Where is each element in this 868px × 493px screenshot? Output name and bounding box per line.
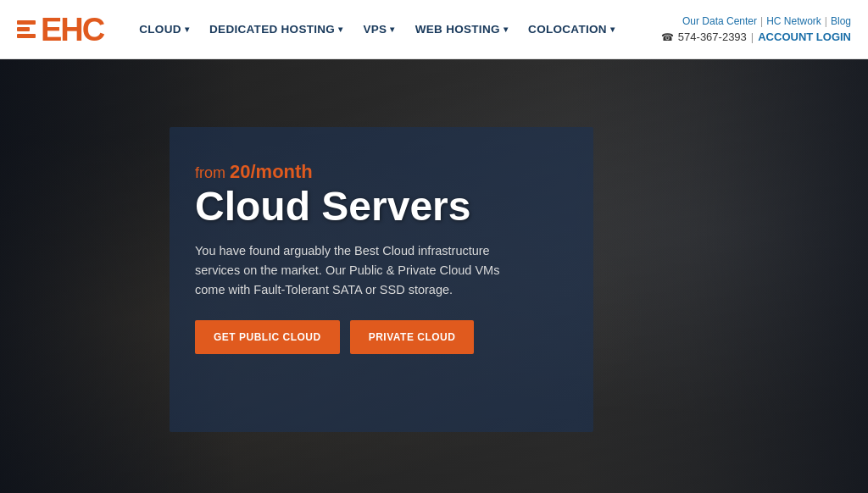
data-center-link[interactable]: Our Data Center xyxy=(682,15,757,27)
main-nav: CLOUD ▾ DEDICATED HOSTING ▾ VPS ▾ WEB HO… xyxy=(129,16,661,42)
nav-item-colocation[interactable]: COLOCATION ▾ xyxy=(518,16,625,42)
hero-content: from 20/month Cloud Servers You have fou… xyxy=(195,161,568,354)
chevron-down-icon: ▾ xyxy=(338,25,342,34)
hero-right-person xyxy=(571,59,868,493)
phone-icon: ☎ xyxy=(661,31,674,43)
header-right: Our Data Center | HC Network | Blog ☎ 57… xyxy=(661,15,851,43)
hero-title: Cloud Servers xyxy=(195,185,568,230)
header-top-links: Our Data Center | HC Network | Blog xyxy=(682,15,851,27)
chevron-down-icon: ▾ xyxy=(185,25,189,34)
nav-item-vps[interactable]: VPS ▾ xyxy=(353,16,404,42)
nav-item-web-hosting[interactable]: WEB HOSTING ▾ xyxy=(405,16,518,42)
logo-icon xyxy=(17,20,36,38)
get-public-cloud-button[interactable]: GET PUBLIC CLOUD xyxy=(195,320,340,354)
hero-section: from 20/month Cloud Servers You have fou… xyxy=(0,59,868,493)
hero-description: You have found arguably the Best Cloud i… xyxy=(195,241,517,301)
nav-item-cloud[interactable]: CLOUD ▾ xyxy=(129,16,199,42)
chevron-down-icon: ▾ xyxy=(610,25,615,34)
logo[interactable]: EHC xyxy=(17,14,103,46)
hero-price-label: from 20/month xyxy=(195,161,568,183)
header: EHC CLOUD ▾ DEDICATED HOSTING ▾ VPS ▾ WE… xyxy=(0,0,868,59)
private-cloud-button[interactable]: PRIVATE CLOUD xyxy=(350,320,475,354)
logo-e: E xyxy=(41,12,60,47)
chevron-down-icon: ▾ xyxy=(390,25,394,34)
blog-link[interactable]: Blog xyxy=(831,15,851,27)
logo-text: EHC xyxy=(41,14,103,46)
hc-network-link[interactable]: HC Network xyxy=(766,15,821,27)
nav-item-dedicated-hosting[interactable]: DEDICATED HOSTING ▾ xyxy=(199,16,353,42)
chevron-down-icon: ▾ xyxy=(504,25,508,34)
hero-buttons: GET PUBLIC CLOUD PRIVATE CLOUD xyxy=(195,320,568,354)
header-phone: ☎ 574-367-2393 | ACCOUNT LOGIN xyxy=(661,30,851,43)
account-login-link[interactable]: ACCOUNT LOGIN xyxy=(758,30,851,43)
